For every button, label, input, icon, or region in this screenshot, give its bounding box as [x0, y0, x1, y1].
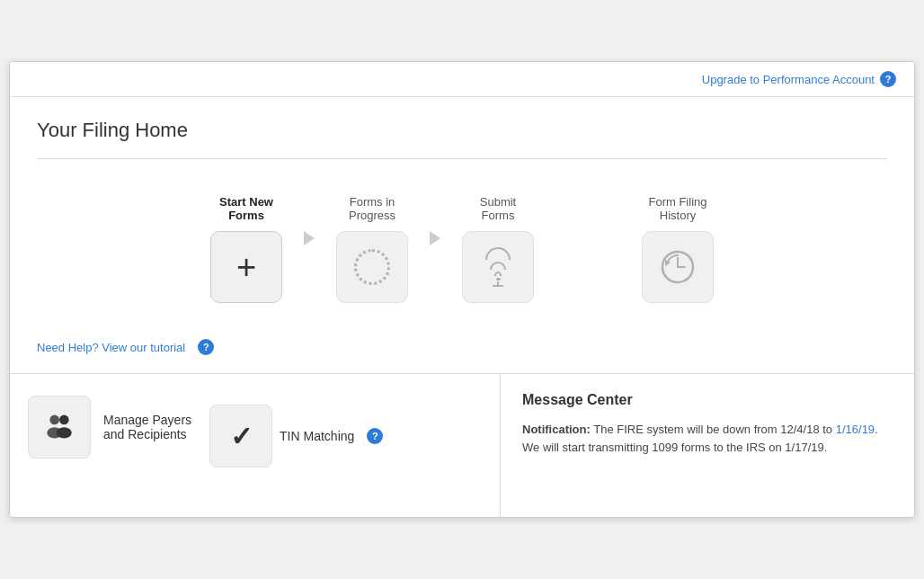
step-forms-in-progress-box[interactable] — [336, 231, 408, 303]
tin-matching-box[interactable]: ✓ — [209, 405, 272, 468]
right-panel: Message Center Notification: The FIRE sy… — [501, 374, 914, 517]
notification-text: Notification: The FIRE system will be do… — [522, 421, 893, 456]
tin-matching-label: TIN Matching — [280, 429, 354, 443]
tin-matching-help-icon[interactable]: ? — [367, 428, 383, 444]
arrow-2 — [430, 231, 440, 245]
svg-point-4 — [49, 415, 59, 425]
step-forms-in-progress-label: Forms inProgress — [349, 190, 395, 222]
step-start-forms-box[interactable]: + — [210, 231, 282, 303]
broadcast-stand — [493, 285, 503, 288]
step-form-filing-history: Form FilingHistory — [624, 190, 732, 303]
broadcast-dot — [496, 278, 501, 281]
svg-point-6 — [59, 415, 69, 425]
main-content: Your Filing Home Start NewForms + Forms … — [10, 97, 914, 373]
broadcast-base — [497, 281, 499, 285]
step-submit-forms-label: SubmitForms — [480, 190, 516, 222]
wave-medium — [490, 262, 506, 270]
upgrade-help-icon[interactable]: ? — [880, 71, 896, 87]
notification-label: Notification: — [522, 423, 591, 436]
top-bar: Upgrade to Performance Account ? — [10, 62, 914, 97]
help-section: Need Help? View our tutorial ? — [37, 330, 887, 373]
notification-link[interactable]: 1/16/19 — [836, 423, 875, 436]
arrow-right-icon-2 — [430, 231, 440, 245]
main-window: Upgrade to Performance Account ? Your Fi… — [9, 61, 915, 518]
arrow-1 — [304, 231, 315, 245]
message-center-title: Message Center — [522, 392, 893, 408]
step-start-forms: Start NewForms + — [192, 190, 300, 303]
arrow-right-icon — [304, 231, 315, 245]
wave-large — [485, 247, 511, 260]
step-form-filing-history-label: Form FilingHistory — [648, 190, 706, 222]
history-clock-icon — [658, 247, 697, 287]
tin-matching-item: ✓ TIN Matching ? — [209, 405, 383, 468]
page-title: Your Filing Home — [37, 119, 887, 142]
step-forms-in-progress: Forms inProgress — [318, 190, 426, 303]
step-form-filing-history-box[interactable] — [642, 231, 714, 303]
checkmark-icon: ✓ — [230, 421, 253, 452]
step-start-forms-label: Start NewForms — [219, 190, 273, 222]
title-divider — [37, 158, 887, 159]
plus-icon: + — [236, 250, 256, 284]
manage-payers-box[interactable] — [28, 396, 91, 459]
workflow-section: Start NewForms + Forms inProgress — [37, 181, 887, 330]
spinner-icon — [354, 249, 390, 285]
upgrade-link[interactable]: Upgrade to Performance Account — [702, 73, 875, 86]
broadcast-icon — [485, 247, 511, 287]
wave-small — [494, 272, 502, 276]
help-tutorial-icon[interactable]: ? — [198, 339, 214, 355]
step-submit-forms-box[interactable] — [462, 231, 534, 303]
manage-payers-item: Manage Payersand Recipients — [28, 396, 191, 459]
left-panel: Manage Payersand Recipients ✓ TIN Matchi… — [10, 374, 501, 517]
users-icon — [42, 411, 76, 443]
manage-payers-label: Manage Payersand Recipients — [103, 413, 191, 441]
help-tutorial-link[interactable]: Need Help? View our tutorial — [37, 341, 185, 354]
step-submit-forms: SubmitForms — [444, 190, 552, 303]
bottom-section: Manage Payersand Recipients ✓ TIN Matchi… — [10, 373, 914, 517]
svg-point-7 — [57, 427, 72, 438]
